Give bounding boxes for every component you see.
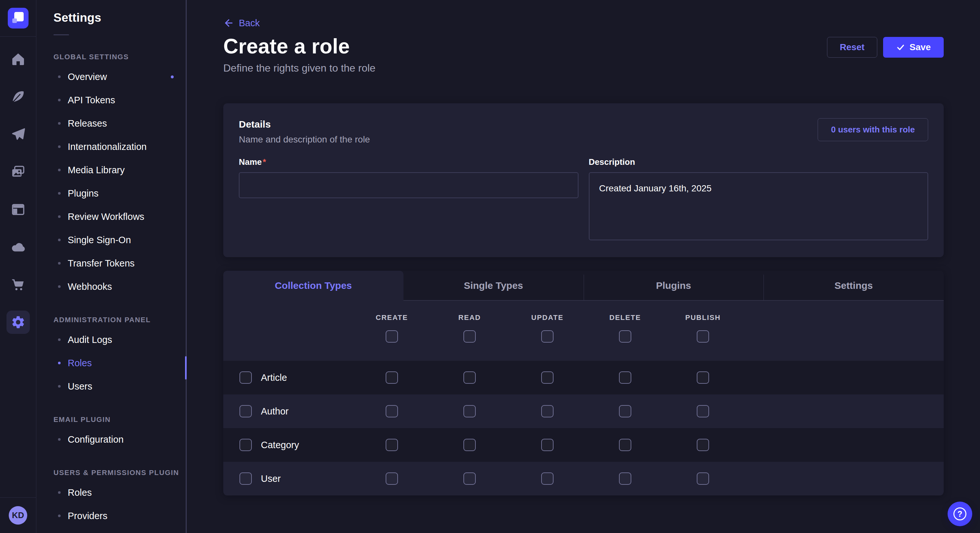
sidebar-item-internationalization[interactable]: Internationalization — [54, 135, 187, 159]
section-list: RolesProviders — [54, 481, 187, 528]
rail-divider — [0, 497, 36, 498]
bullet-dot-icon — [58, 169, 60, 171]
category-update-checkbox[interactable] — [541, 439, 554, 451]
sidebar-item-roles[interactable]: Roles — [54, 481, 187, 504]
sidebar-item-transfer-tokens[interactable]: Transfer Tokens — [54, 252, 187, 275]
user-update-checkbox[interactable] — [541, 473, 554, 485]
sidebar-item-users[interactable]: Users — [54, 374, 187, 398]
name-field-group: Name* — [239, 157, 579, 241]
bullet-dot-icon — [58, 385, 60, 388]
settings-gear-icon[interactable] — [6, 311, 30, 334]
column-label: DELETE — [609, 314, 641, 322]
sidebar-item-webhooks[interactable]: Webhooks — [54, 275, 187, 298]
article-create-checkbox[interactable] — [386, 371, 398, 384]
article-read-checkbox[interactable] — [463, 371, 476, 384]
column-update: UPDATE — [509, 314, 586, 343]
category-delete-checkbox[interactable] — [619, 439, 631, 451]
help-button[interactable]: ? — [948, 501, 972, 526]
sidebar-item-label: Review Workflows — [68, 211, 144, 222]
sidebar-item-releases[interactable]: Releases — [54, 112, 187, 135]
article-publish-checkbox[interactable] — [697, 371, 709, 384]
bullet-dot-icon — [58, 514, 60, 517]
layout-icon[interactable] — [6, 198, 30, 221]
author-row-checkbox[interactable] — [240, 405, 252, 417]
tab-single-types[interactable]: Single Types — [404, 271, 584, 300]
bullet-dot-icon — [58, 145, 60, 148]
author-read-checkbox[interactable] — [463, 405, 476, 417]
bullet-dot-icon — [58, 239, 60, 241]
permissions-header-row: CREATEREADUPDATEDELETEPUBLISH — [223, 300, 944, 361]
media-library-icon[interactable] — [6, 160, 30, 184]
strapi-admin-app: KD Settings GLOBAL SETTINGSOverviewAPI T… — [0, 0, 980, 533]
article-delete-checkbox[interactable] — [619, 371, 631, 384]
author-update-checkbox[interactable] — [541, 405, 554, 417]
category-create-checkbox[interactable] — [386, 439, 398, 451]
logo-cell — [0, 0, 36, 36]
tab-settings[interactable]: Settings — [764, 271, 944, 300]
user-avatar[interactable]: KD — [9, 506, 27, 525]
column-create: CREATE — [353, 314, 431, 343]
cloud-icon[interactable] — [6, 235, 30, 259]
article-update-checkbox[interactable] — [541, 371, 554, 384]
sidebar-item-label: Releases — [68, 118, 107, 129]
back-link[interactable]: Back — [223, 17, 259, 29]
section-label-global-settings: GLOBAL SETTINGS — [54, 53, 187, 61]
user-create-checkbox[interactable] — [386, 473, 398, 485]
author-create-checkbox[interactable] — [386, 405, 398, 417]
article-row-checkbox[interactable] — [240, 371, 252, 384]
paper-plane-icon[interactable] — [6, 123, 30, 146]
sidebar-item-label: Configuration — [68, 434, 124, 445]
sidebar-item-audit-logs[interactable]: Audit Logs — [54, 328, 187, 351]
select-all-publish-checkbox[interactable] — [697, 330, 709, 343]
notification-dot-icon — [171, 75, 174, 78]
sidebar-item-label: Roles — [68, 358, 92, 368]
sidebar-item-plugins[interactable]: Plugins — [54, 182, 187, 205]
home-icon[interactable] — [6, 48, 30, 71]
save-button[interactable]: Save — [883, 37, 944, 58]
strapi-logo[interactable] — [8, 8, 29, 29]
bullet-dot-icon — [58, 362, 60, 364]
section-label-email-plugin: EMAIL PLUGIN — [54, 416, 187, 424]
user-delete-checkbox[interactable] — [619, 473, 631, 485]
select-all-update-checkbox[interactable] — [541, 330, 554, 343]
subnav-scrollbar-thumb[interactable] — [185, 356, 187, 379]
sidebar-item-providers[interactable]: Providers — [54, 504, 187, 528]
tab-plugins[interactable]: Plugins — [584, 271, 764, 300]
reset-button[interactable]: Reset — [827, 37, 877, 58]
select-all-create-checkbox[interactable] — [386, 330, 398, 343]
bullet-dot-icon — [58, 262, 60, 265]
details-card: Details Name and description of the role… — [223, 103, 944, 257]
author-publish-checkbox[interactable] — [697, 405, 709, 417]
tab-collection-types[interactable]: Collection Types — [223, 271, 404, 300]
category-read-checkbox[interactable] — [463, 439, 476, 451]
sidebar-item-label: Providers — [68, 511, 108, 521]
bullet-dot-icon — [58, 99, 60, 102]
sidebar-item-roles[interactable]: Roles — [54, 351, 187, 374]
category-row-checkbox[interactable] — [240, 439, 252, 451]
sidebar-item-review-workflows[interactable]: Review Workflows — [54, 205, 187, 228]
sidebar-item-single-sign-on[interactable]: Single Sign-On — [54, 228, 187, 252]
user-read-checkbox[interactable] — [463, 473, 476, 485]
header-actions: Reset Save — [827, 37, 944, 58]
sidebar-item-api-tokens[interactable]: API Tokens — [54, 89, 187, 112]
users-with-role-button[interactable]: 0 users with this role — [818, 118, 928, 141]
sidebar-item-media-library[interactable]: Media Library — [54, 159, 187, 182]
feather-icon[interactable] — [6, 85, 30, 108]
select-all-read-checkbox[interactable] — [463, 330, 476, 343]
category-publish-checkbox[interactable] — [697, 439, 709, 451]
description-textarea[interactable]: Created January 16th, 2025 — [589, 172, 929, 240]
user-row-checkbox[interactable] — [240, 473, 252, 485]
main-content: Back Create a role Define the rights giv… — [187, 0, 980, 533]
sidebar-item-configuration[interactable]: Configuration — [54, 428, 187, 451]
author-delete-checkbox[interactable] — [619, 405, 631, 417]
name-input[interactable] — [239, 172, 579, 198]
question-mark-icon: ? — [953, 508, 966, 520]
sidebar-item-label: Single Sign-On — [68, 235, 131, 246]
cart-icon[interactable] — [6, 273, 30, 296]
subnav-scrollbar[interactable] — [186, 0, 187, 533]
sidebar-item-overview[interactable]: Overview — [54, 65, 187, 89]
section-list: Configuration — [54, 428, 187, 451]
section-label-administration-panel: ADMINISTRATION PANEL — [54, 316, 187, 324]
select-all-delete-checkbox[interactable] — [619, 330, 631, 343]
user-publish-checkbox[interactable] — [697, 473, 709, 485]
